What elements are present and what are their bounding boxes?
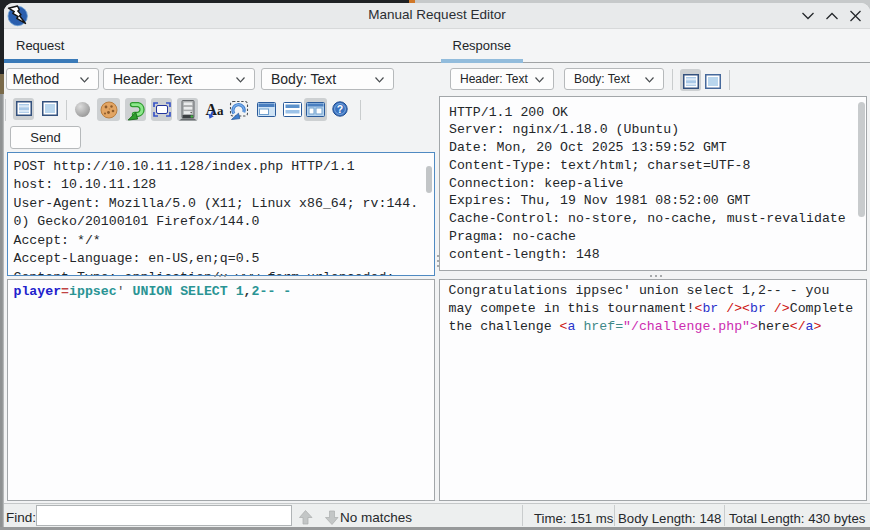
svg-text:?: ? [337, 103, 343, 115]
